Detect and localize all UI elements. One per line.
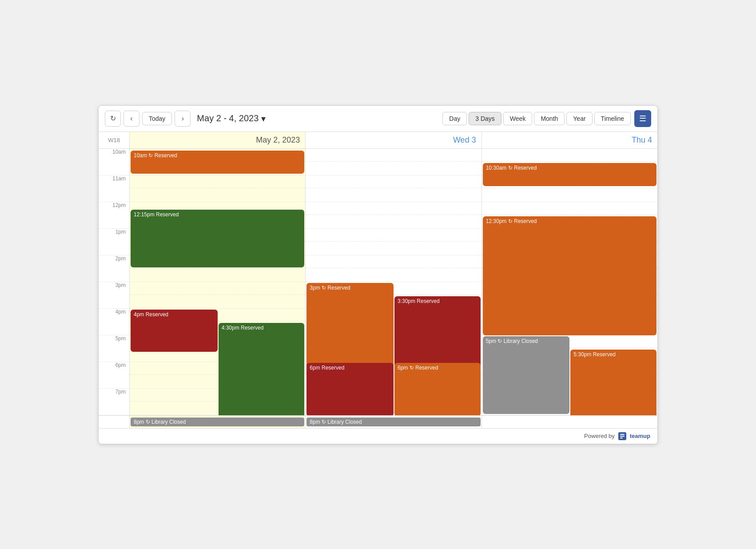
time-grid: 10am 11am 12pm 1pm 2pm 3pm 4pm 5pm 6pm 7… (99, 149, 657, 415)
time-label-5pm: 5pm (99, 335, 129, 362)
time-label-10am: 10am (99, 149, 129, 175)
event-d2-reserved-1230pm[interactable]: 12:30pm ↻ Reserved (483, 216, 657, 335)
next-button[interactable]: › (175, 111, 191, 127)
day-col-1: 3pm ↻ Reserved 3:30pm Reserved 6pm Reser… (306, 149, 481, 415)
day-col-2: 10:30am ↻ Reserved 12:30pm ↻ Reserved 5p… (482, 149, 657, 415)
powered-by-text: Powered by (584, 433, 615, 439)
day-date-0: May 2, 2023 (256, 135, 300, 144)
teamup-brand-name: teamup (630, 433, 650, 439)
date-range-picker[interactable]: May 2 - 4, 2023 ▾ (197, 113, 266, 124)
view-year-button[interactable]: Year (566, 112, 592, 125)
svg-rect-1 (620, 434, 625, 435)
day-header-0: May 2, 2023 (130, 132, 306, 148)
time-row-0-1 (130, 175, 305, 202)
hamburger-menu-button[interactable]: ☰ (634, 110, 651, 127)
event-d2-reserved-1030am[interactable]: 10:30am ↻ Reserved (483, 163, 657, 186)
footer-events-row: 8pm ↻ Library Closed 8pm ↻ Library Close… (99, 415, 657, 428)
chevron-left-icon: ‹ (130, 115, 132, 123)
event-d0-reserved-4pm[interactable]: 4pm Reserved (131, 310, 218, 352)
event-d1-reserved-3pm[interactable]: 3pm ↻ Reserved (306, 283, 394, 371)
teamup-logo-icon (618, 432, 626, 440)
time-row-0-5 (130, 282, 305, 309)
footer-event-d0-library-closed[interactable]: 8pm ↻ Library Closed (131, 418, 304, 426)
time-label-6pm: 6pm (99, 362, 129, 389)
time-label-3pm: 3pm (99, 282, 129, 309)
time-row-1-0 (306, 149, 481, 175)
time-label-12pm: 12pm (99, 202, 129, 229)
event-d1-reserved-6pm[interactable]: 6pm Reserved (306, 363, 394, 415)
calendar-app: ↻ ‹ Today › May 2 - 4, 2023 ▾ Day 3 Days… (98, 105, 658, 444)
day-name-1: Wed 3 (453, 135, 476, 144)
days-area: 10am ↻ Reserved 12:15pm Reserved 4pm Res… (130, 149, 657, 415)
prev-button[interactable]: ‹ (123, 111, 139, 127)
day-name-2: Thu 4 (632, 135, 652, 144)
today-button[interactable]: Today (142, 112, 172, 125)
footer-day-2 (482, 416, 657, 428)
time-label-1pm: 1pm (99, 229, 129, 255)
refresh-icon: ↻ (110, 114, 116, 123)
view-week-button[interactable]: Week (503, 112, 533, 125)
dropdown-arrow-icon: ▾ (261, 113, 266, 124)
time-label-7pm: 7pm (99, 389, 129, 415)
event-d1-reserved-6pm-2[interactable]: 6pm ↻ Reserved (394, 363, 481, 415)
event-d0-reserved-12pm[interactable]: 12:15pm Reserved (131, 210, 304, 267)
view-3days-button[interactable]: 3 Days (469, 112, 501, 125)
view-day-button[interactable]: Day (442, 112, 467, 125)
view-timeline-button[interactable]: Timeline (594, 112, 631, 125)
day-headers: W18 May 2, 2023 Wed 3 Thu 4 (99, 132, 657, 149)
event-d2-reserved-530pm[interactable]: 5:30pm Reserved (570, 350, 657, 415)
svg-rect-3 (620, 438, 623, 438)
date-range-text: May 2 - 4, 2023 (197, 113, 259, 123)
toolbar-left: ↻ ‹ Today › May 2 - 4, 2023 ▾ (105, 111, 439, 127)
bottom-bar: Powered by teamup (99, 428, 657, 444)
hamburger-icon: ☰ (639, 114, 646, 123)
time-row-1-3 (306, 229, 481, 255)
toolbar: ↻ ‹ Today › May 2 - 4, 2023 ▾ Day 3 Days… (99, 106, 657, 132)
day-col-0: 10am ↻ Reserved 12:15pm Reserved 4pm Res… (130, 149, 306, 415)
time-label-4pm: 4pm (99, 309, 129, 335)
time-label-2pm: 2pm (99, 255, 129, 282)
time-row-1-2 (306, 202, 481, 229)
footer-event-d1-library-closed[interactable]: 8pm ↻ Library Closed (306, 418, 480, 426)
footer-day-0: 8pm ↻ Library Closed (130, 416, 306, 428)
toolbar-right: Day 3 Days Week Month Year Timeline ☰ (442, 110, 651, 127)
footer-day-1: 8pm ↻ Library Closed (306, 416, 481, 428)
time-row-1-4 (306, 255, 481, 282)
chevron-right-icon: › (182, 115, 184, 123)
day-header-1: Wed 3 (306, 132, 481, 148)
time-labels: 10am 11am 12pm 1pm 2pm 3pm 4pm 5pm 6pm 7… (99, 149, 130, 415)
time-label-11am: 11am (99, 175, 129, 202)
refresh-button[interactable]: ↻ (105, 111, 121, 127)
event-d0-reserved-10am[interactable]: 10am ↻ Reserved (131, 151, 304, 174)
time-row-1-1 (306, 175, 481, 202)
teamup-branding: Powered by teamup (584, 432, 650, 440)
svg-rect-2 (620, 436, 625, 437)
footer-time-spacer (99, 416, 130, 428)
event-d0-reserved-430pm[interactable]: 4:30pm Reserved (219, 323, 305, 415)
view-month-button[interactable]: Month (534, 112, 565, 125)
day-header-2: Thu 4 (482, 132, 657, 148)
event-d2-library-closed-5pm[interactable]: 5pm ↻ Library Closed (483, 336, 570, 414)
week-label: W18 (99, 132, 130, 148)
